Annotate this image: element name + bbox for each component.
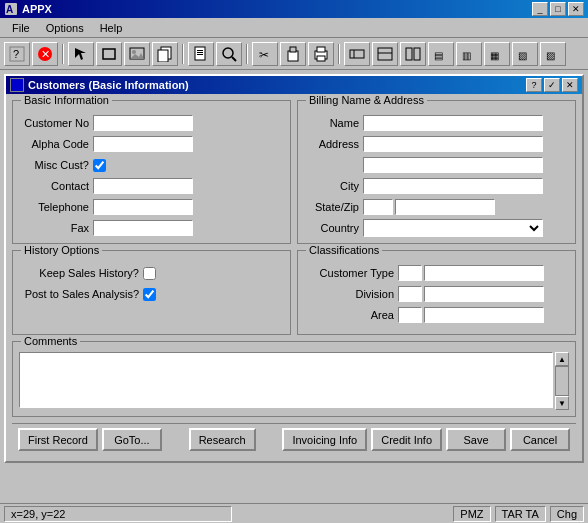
app-icon: A [4,2,18,16]
misc-cust-checkbox[interactable] [93,159,106,172]
keep-sales-checkbox[interactable] [143,267,156,280]
window-icon [10,78,24,92]
tool-b1-button[interactable] [344,42,370,66]
comments-container: ▲ ▼ [19,352,569,410]
billing-state-input[interactable] [363,199,393,215]
alpha-code-input[interactable] [93,136,193,152]
menu-options[interactable]: Options [38,20,92,36]
svg-rect-27 [378,48,392,60]
menu-file[interactable]: File [4,20,38,36]
basic-info-group: Basic Information Customer No Alpha Code… [12,100,291,244]
svg-rect-14 [197,50,203,51]
billing-statzip-row: State/Zip [304,198,569,216]
first-record-button[interactable]: First Record [18,428,98,451]
billing-city-input[interactable] [363,178,543,194]
billing-zip-input[interactable] [395,199,495,215]
menu-bar: File Options Help [0,18,588,38]
contact-input[interactable] [93,178,193,194]
credit-info-button[interactable]: Credit Info [371,428,442,451]
window-help-button[interactable]: ? [526,78,542,92]
billing-name-input[interactable] [363,115,543,131]
tool-cut-button[interactable]: ✂ [252,42,278,66]
classifications-group: Classifications Customer Type Division A… [297,250,576,335]
status-bar: x=29, y=22 PMZ TAR TA Chg [0,503,588,523]
tool-rect-button[interactable] [96,42,122,66]
maximize-button[interactable]: □ [550,2,566,16]
tool-b2-button[interactable] [372,42,398,66]
window-title: Customers (Basic Information) [28,79,526,91]
tool-b7-button[interactable]: ▧ [512,42,538,66]
svg-marker-10 [130,53,144,59]
tool-copy-button[interactable] [152,42,178,66]
svg-rect-16 [197,54,203,55]
keep-sales-label: Keep Sales History? [19,267,139,279]
svg-text:▥: ▥ [462,50,471,61]
tool-b6-button[interactable]: ▦ [484,42,510,66]
scroll-track [555,366,569,396]
contact-row: Contact [19,177,284,195]
scroll-up-button[interactable]: ▲ [555,352,569,366]
billing-name-row: Name [304,114,569,132]
billing-legend: Billing Name & Address [306,94,427,106]
comments-textarea[interactable] [19,352,553,408]
window-content: Basic Information Customer No Alpha Code… [6,94,582,461]
svg-rect-25 [350,50,364,58]
minimize-button[interactable]: _ [532,2,548,16]
tool-b4-button[interactable]: ▤ [428,42,454,66]
area-input[interactable] [398,307,422,323]
billing-name-label: Name [304,117,359,129]
svg-text:▧: ▧ [518,50,527,61]
svg-rect-36 [11,79,23,91]
tool-help-button[interactable]: ? [4,42,30,66]
comments-wrap [19,352,553,410]
tool-page-button[interactable] [188,42,214,66]
billing-address-input[interactable] [363,136,543,152]
app-controls: _ □ ✕ [532,2,584,16]
main-window: Customers (Basic Information) ? ✓ ✕ Basi… [4,74,584,463]
division-desc-input[interactable] [424,286,544,302]
toolbar: ? ✕ ✂ ▤ ▥ ▦ [0,38,588,70]
invoicing-info-button[interactable]: Invoicing Info [282,428,367,451]
alpha-code-label: Alpha Code [19,138,89,150]
svg-text:?: ? [13,48,19,60]
fax-input[interactable] [93,220,193,236]
cust-type-input[interactable] [398,265,422,281]
research-button[interactable]: Research [189,428,256,451]
area-desc-input[interactable] [424,307,544,323]
svg-rect-24 [317,56,325,61]
toolbar-sep-1 [62,44,64,64]
post-sales-label: Post to Sales Analysis? [19,288,139,300]
tool-b5-button[interactable]: ▥ [456,42,482,66]
status-coords: x=29, y=22 [4,506,232,522]
customer-no-input[interactable] [93,115,193,131]
save-button[interactable]: Save [446,428,506,451]
window-ok-button[interactable]: ✓ [544,78,560,92]
area-label: Area [304,309,394,321]
billing-address2-input[interactable] [363,157,543,173]
billing-statzip-label: State/Zip [304,201,359,213]
billing-country-select[interactable] [363,219,543,237]
tool-print-button[interactable] [308,42,334,66]
cancel-button[interactable]: Cancel [510,428,570,451]
window-close-button[interactable]: ✕ [562,78,578,92]
goto-button[interactable]: GoTo... [102,428,162,451]
menu-help[interactable]: Help [92,20,131,36]
scroll-down-button[interactable]: ▼ [555,396,569,410]
post-sales-checkbox[interactable] [143,288,156,301]
division-input[interactable] [398,286,422,302]
tool-b3-button[interactable] [400,42,426,66]
svg-text:✕: ✕ [41,48,50,60]
tool-arrow-button[interactable] [68,42,94,66]
cust-type-desc-input[interactable] [424,265,544,281]
tool-paste-button[interactable] [280,42,306,66]
tool-b8-button[interactable]: ▨ [540,42,566,66]
history-group: History Options Keep Sales History? Post… [12,250,291,335]
bottom-buttons: First Record GoTo... Research Invoicing … [12,423,576,455]
tool-find-button[interactable] [216,42,242,66]
tool-image-button[interactable] [124,42,150,66]
telephone-input[interactable] [93,199,193,215]
close-button[interactable]: ✕ [568,2,584,16]
billing-country-row: Country [304,219,569,237]
tool-stop-button[interactable]: ✕ [32,42,58,66]
telephone-label: Telephone [19,201,89,213]
